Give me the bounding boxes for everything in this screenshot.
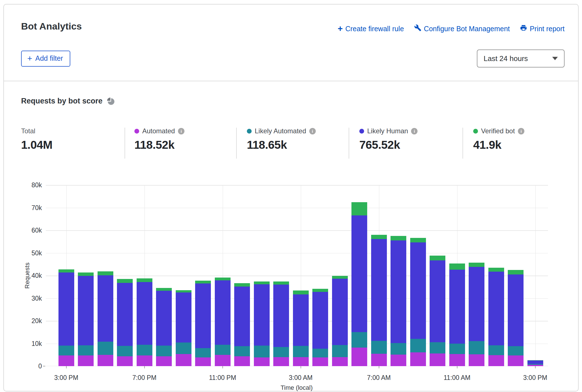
bar-5-00-am[interactable]: [332, 276, 348, 366]
section-title: Requests by bot score: [21, 97, 103, 105]
x-tick-label: 3:00 AM: [278, 374, 323, 382]
y-tick-label: 50k: [22, 249, 42, 257]
bar-1-00-pm[interactable]: [488, 268, 504, 366]
bar-segment-likely-human: [215, 280, 231, 345]
bar-segment-likely-human: [156, 291, 172, 346]
chart-plot-area: [46, 185, 548, 366]
bar-segment-likely-human: [410, 242, 426, 339]
bar-segment-automated: [137, 355, 152, 366]
stat-verified-bot: Verified bot i 41.9k: [473, 127, 524, 152]
bar-8-00-pm[interactable]: [156, 288, 172, 366]
bar-segment-automated: [98, 355, 113, 366]
bar-segment-automated: [351, 348, 367, 366]
bar-8-00-am[interactable]: [391, 236, 406, 366]
bar-10-00-am[interactable]: [430, 256, 445, 366]
bar-segment-likely-automated: [273, 347, 289, 357]
bar-segment-likely-automated: [293, 346, 309, 357]
bar-segment-automated: [215, 355, 231, 366]
bar-3-00-am[interactable]: [293, 290, 309, 366]
bar-segment-likely-human: [58, 272, 74, 346]
bar-segment-automated: [293, 357, 309, 366]
info-icon[interactable]: i: [518, 128, 524, 134]
bar-segment-verified-bot: [58, 269, 74, 272]
bar-segment-verified-bot: [449, 263, 465, 270]
bar-segment-verified-bot: [195, 281, 211, 283]
bar-segment-verified-bot: [254, 281, 270, 284]
bar-segment-automated: [391, 355, 406, 366]
bar-segment-likely-automated: [98, 342, 113, 355]
bar-segment-likely-automated: [195, 348, 211, 357]
bar-6-00-pm[interactable]: [117, 279, 133, 366]
bar-segment-automated: [312, 357, 328, 366]
x-axis-tick: [457, 366, 457, 368]
bar-segment-likely-automated: [117, 346, 133, 356]
bar-6-00-am[interactable]: [351, 202, 367, 366]
bar-11-00-am[interactable]: [449, 263, 465, 366]
x-tick-label: 7:00 AM: [357, 374, 401, 382]
configure-bot-management-label: Configure Bot Management: [424, 25, 510, 33]
bar-2-00-am[interactable]: [273, 281, 289, 366]
bar-3-00-pm[interactable]: [527, 360, 543, 366]
bar-segment-likely-human: [195, 283, 211, 348]
stat-total-label: Total: [21, 127, 35, 135]
bar-12-00-pm[interactable]: [469, 263, 484, 366]
bar-segment-verified-bot: [351, 202, 367, 215]
bar-9-00-am[interactable]: [410, 238, 426, 366]
configure-bot-management-link[interactable]: Configure Bot Management: [414, 24, 510, 33]
stat-automated-value: 118.52k: [134, 138, 184, 152]
bar-segment-verified-bot: [273, 281, 289, 285]
bar-segment-verified-bot: [78, 272, 94, 276]
y-tick-label: 0: [22, 362, 42, 370]
create-firewall-rule-label: Create firewall rule: [345, 25, 404, 33]
stat-total-value: 1.04M: [21, 138, 52, 152]
info-icon[interactable]: i: [411, 128, 418, 134]
y-tick-label: 10k: [22, 340, 42, 348]
bar-7-00-pm[interactable]: [137, 278, 152, 366]
bar-12-00-am[interactable]: [234, 283, 250, 366]
bar-segment-likely-human: [508, 274, 524, 346]
bar-segment-likely-automated: [137, 345, 152, 355]
bar-segment-likely-automated: [312, 349, 328, 357]
stat-divider: [349, 128, 349, 159]
legend-dot-automated: [134, 129, 139, 134]
bar-segment-likely-automated: [469, 341, 484, 354]
bar-segment-likely-automated: [449, 344, 465, 354]
bar-segment-verified-bot: [332, 276, 348, 279]
bar-5-00-pm[interactable]: [98, 271, 113, 366]
bar-segment-likely-human: [371, 239, 387, 341]
bar-10-00-pm[interactable]: [195, 281, 211, 366]
x-axis-tick: [144, 366, 145, 368]
bar-4-00-pm[interactable]: [78, 272, 94, 366]
x-tick-label: 7:00 PM: [122, 374, 167, 382]
add-filter-button[interactable]: + Add filter: [21, 51, 70, 67]
bar-2-00-pm[interactable]: [508, 270, 524, 366]
bar-4-00-am[interactable]: [312, 289, 328, 366]
time-range-select[interactable]: Last 24 hours: [477, 49, 565, 67]
wrench-icon: [414, 24, 421, 33]
bar-1-00-am[interactable]: [254, 281, 270, 366]
x-tick-label: 11:00 AM: [435, 374, 480, 382]
bar-9-00-pm[interactable]: [176, 290, 191, 366]
print-report-link[interactable]: Print report: [520, 24, 565, 33]
stat-likely-human: Likely Human i 765.52k: [359, 127, 418, 152]
bar-segment-automated: [176, 354, 191, 366]
bar-segment-verified-bot: [176, 290, 191, 293]
bar-segment-verified-bot: [488, 268, 504, 272]
bar-segment-verified-bot: [391, 236, 406, 240]
y-tick-label: 30k: [22, 295, 42, 302]
bar-7-00-am[interactable]: [371, 235, 387, 366]
bar-segment-likely-automated: [430, 342, 445, 353]
bar-segment-automated: [469, 354, 484, 366]
info-icon[interactable]: i: [178, 128, 184, 134]
create-firewall-rule-link[interactable]: + Create firewall rule: [338, 25, 404, 33]
bar-11-00-pm[interactable]: [215, 278, 231, 366]
info-icon[interactable]: i: [309, 128, 316, 134]
bar-segment-verified-bot: [430, 256, 445, 260]
page-title: Bot Analytics: [21, 21, 82, 32]
bar-segment-likely-automated: [488, 345, 504, 355]
bar-3-00-pm[interactable]: [58, 269, 74, 366]
bar-segment-automated: [508, 355, 524, 366]
bar-segment-likely-human: [273, 285, 289, 347]
gridline-v: [535, 185, 536, 366]
stat-automated: Automated i 118.52k: [134, 127, 184, 152]
